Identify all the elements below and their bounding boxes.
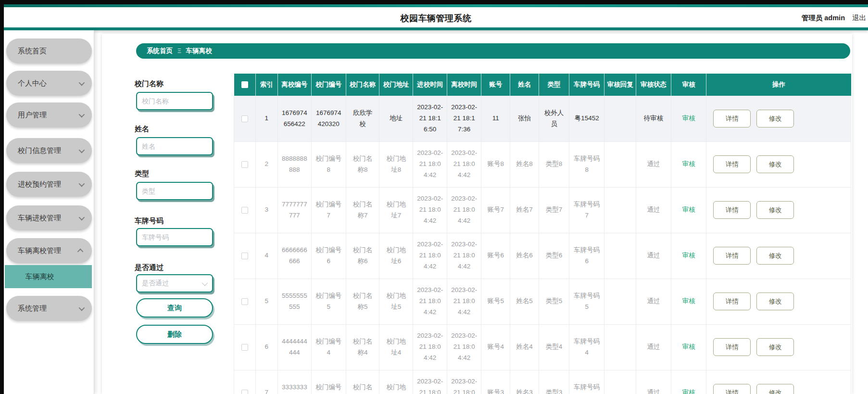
row-checkbox[interactable] [241, 253, 248, 259]
detail-button[interactable]: 详情 [713, 338, 751, 356]
cell-reply [604, 187, 636, 233]
leave-records-table: 索引离校编号校门编号校门名称校门地址进校时间离校时间账号姓名类型车牌号码审核回复… [234, 74, 851, 394]
filter-text-input[interactable] [137, 138, 212, 154]
filter-input-2[interactable] [136, 137, 213, 155]
filter-input-4[interactable] [136, 228, 213, 246]
audit-link[interactable]: 审核 [682, 114, 695, 122]
edit-button[interactable]: 修改 [756, 247, 794, 265]
detail-button[interactable]: 详情 [713, 110, 751, 127]
sidebar-subitem-8[interactable]: 车辆离校 [5, 265, 92, 288]
filter-text-input[interactable] [137, 183, 212, 199]
filter-text-input[interactable] [137, 93, 212, 109]
row-checkbox[interactable] [241, 344, 248, 351]
cell-leave_no: 5555555555 [277, 279, 311, 324]
detail-button[interactable]: 详情 [713, 292, 751, 310]
sidebar-item-5[interactable]: 进校预约管理 [6, 172, 92, 197]
filter-input-1[interactable] [136, 92, 213, 110]
table-row-2: 28888888888校门编号8校门名称8校门地址82023-02-21 18:… [234, 141, 851, 187]
cell-index: 1 [256, 96, 278, 141]
cell-enter_time: 2023-02-21 18:04:42 [413, 141, 447, 187]
filter-input-3[interactable] [136, 182, 213, 200]
sidebar-nav: 系统首页个人中心用户管理校门信息管理进校预约管理车辆进校管理车辆离校管理车辆离校… [4, 30, 94, 394]
admin-user-info: 管理员 admin [802, 13, 845, 23]
cell-index: 2 [256, 141, 278, 187]
chevron-down-icon [79, 305, 85, 311]
cell-ops: 详情修改 [706, 279, 851, 324]
cell-leave_no: 3333333333 [277, 370, 311, 394]
detail-button[interactable]: 详情 [713, 155, 751, 173]
logout-button[interactable]: 退出 [852, 13, 866, 23]
cell-plate: 车牌号码6 [569, 233, 604, 279]
cell-name: 姓名4 [510, 324, 539, 370]
column-header-index: 索引 [256, 74, 278, 96]
row-checkbox[interactable] [241, 161, 248, 168]
delete-button[interactable]: 删除 [136, 325, 213, 344]
search-button[interactable]: 查询 [136, 298, 213, 318]
cell-reply [604, 324, 636, 370]
edit-button[interactable]: 修改 [756, 338, 794, 356]
cell-gate_name: 校门名称6 [346, 233, 379, 279]
sidebar-item-2[interactable]: 个人中心 [6, 71, 92, 96]
row-checkbox[interactable] [241, 390, 248, 394]
chevron-down-icon [79, 147, 85, 153]
row-checkbox[interactable] [241, 298, 248, 305]
audit-link[interactable]: 审核 [682, 297, 695, 305]
sidebar-item-label: 校门信息管理 [18, 146, 79, 155]
column-header-audit: 审核 [671, 74, 706, 96]
edit-button[interactable]: 修改 [756, 110, 794, 127]
table-row-1: 116769746564221676974420320欣欣学校地址2023-02… [234, 96, 851, 141]
cell-plate: 车牌号码4 [569, 324, 604, 370]
cell-name: 姓名8 [510, 141, 539, 187]
cell-leave_time: 2023-02-21 18:04:42 [447, 279, 481, 324]
edit-button[interactable]: 修改 [756, 155, 794, 173]
cell-account: 账号4 [481, 324, 510, 370]
cell-status: 通过 [636, 141, 671, 187]
sidebar-item-label: 车辆离校管理 [18, 246, 79, 255]
sidebar-item-9[interactable]: 系统管理 [6, 296, 92, 321]
breadcrumb-root[interactable]: 系统首页 [147, 47, 173, 55]
audit-link[interactable]: 审核 [682, 252, 695, 259]
sidebar-item-3[interactable]: 用户管理 [6, 102, 92, 127]
sidebar-item-4[interactable]: 校门信息管理 [6, 138, 92, 163]
cell-ops: 详情修改 [706, 324, 851, 370]
cell-ops: 详情修改 [706, 96, 851, 141]
cell-leave_no: 4444444444 [277, 324, 311, 370]
cell-gate_addr: 校门地址3 [379, 370, 413, 394]
sidebar-item-label: 系统管理 [18, 304, 79, 313]
edit-button[interactable]: 修改 [756, 201, 794, 219]
select-all-checkbox[interactable] [241, 81, 248, 88]
app-header: 校园车辆管理系统 管理员 admin 退出 [4, 7, 868, 27]
detail-button[interactable]: 详情 [713, 201, 751, 219]
edit-button[interactable]: 修改 [756, 292, 794, 310]
cell-leave_no: 7777777777 [277, 187, 311, 233]
sidebar-item-7[interactable]: 车辆离校管理 [6, 238, 92, 263]
cell-gate_name: 校门名称7 [346, 187, 379, 233]
filter-label-3: 类型 [135, 169, 149, 178]
filter-label-4: 车牌号码 [135, 216, 164, 226]
column-header-type: 类型 [539, 74, 569, 96]
audit-link[interactable]: 审核 [682, 389, 695, 394]
audit-link[interactable]: 审核 [682, 343, 695, 350]
cell-audit: 审核 [671, 187, 706, 233]
sidebar-item-1[interactable]: 系统首页 [6, 38, 92, 64]
row-checkbox[interactable] [241, 115, 248, 122]
cell-status: 通过 [636, 233, 671, 279]
sidebar-item-6[interactable]: 车辆进校管理 [6, 205, 92, 230]
filter-select-5[interactable]: 是否通过 [136, 274, 213, 292]
cell-enter_time: 2023-02-21 18:04:42 [413, 233, 447, 279]
sidebar-item-label: 车辆进校管理 [18, 214, 79, 223]
row-checkbox[interactable] [241, 207, 248, 214]
cell-gate_addr: 校门地址4 [379, 324, 413, 370]
cell-name: 张怡 [510, 96, 539, 141]
content-card: 系统首页 Ξ 车辆离校 校门名称姓名类型车牌号码是否通过是否通过查询删除 索引离… [102, 34, 852, 394]
audit-link[interactable]: 审核 [682, 206, 695, 213]
detail-button[interactable]: 详情 [713, 247, 751, 265]
filter-text-input[interactable] [137, 229, 212, 245]
cell-index: 7 [256, 370, 278, 394]
edit-button[interactable]: 修改 [756, 384, 794, 394]
cell-sel [234, 187, 256, 233]
audit-link[interactable]: 审核 [682, 160, 695, 167]
detail-button[interactable]: 详情 [713, 384, 751, 394]
cell-name: 姓名3 [510, 370, 539, 394]
cell-leave_no: 6666666666 [277, 233, 311, 279]
